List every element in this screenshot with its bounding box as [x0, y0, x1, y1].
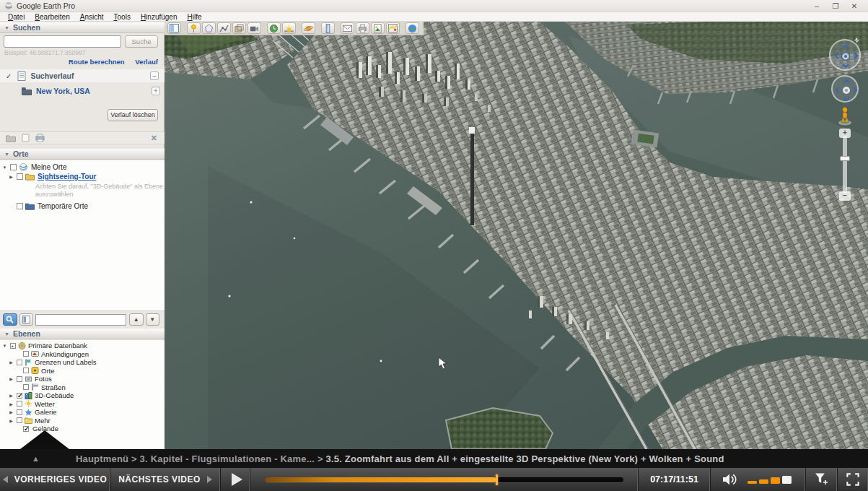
checkbox-galerie[interactable] [17, 409, 22, 415]
checkbox-temporary[interactable] [17, 203, 23, 209]
close-button[interactable]: ✕ [845, 2, 864, 10]
minimize-button[interactable]: – [807, 2, 826, 10]
tree-row-layer[interactable]: Straßen [0, 383, 165, 392]
zoom-handle[interactable] [840, 156, 850, 161]
tree-row-layer[interactable]: Orte [0, 367, 165, 375]
look-joystick[interactable]: N [829, 39, 861, 71]
tree-row-layer[interactable]: ▶ Mehr [0, 417, 165, 425]
up-triangle-icon[interactable]: ▲ [32, 454, 40, 463]
save-image-icon[interactable] [371, 22, 385, 34]
expander-icon[interactable]: ▶ [8, 376, 14, 381]
volume-bar[interactable] [748, 481, 757, 484]
tree-row-layer[interactable]: ▶ Grenzen und Labels [0, 358, 165, 367]
add-polygon-icon[interactable] [202, 22, 216, 34]
pegman-street-view[interactable] [836, 105, 854, 126]
menu-hilfe[interactable]: Hilfe [183, 13, 207, 21]
search-history-header[interactable]: ✓ Suchverlauf – [0, 69, 165, 82]
expander-icon[interactable]: ▼ [1, 344, 8, 348]
checkbox-mehr[interactable] [17, 417, 22, 423]
expander-icon[interactable]: ▶ [8, 174, 14, 179]
previous-video-button[interactable]: VORHERIGES VIDEO [0, 468, 110, 491]
play-button[interactable] [221, 468, 250, 491]
find-layers-button[interactable] [3, 313, 17, 326]
find-prev-button[interactable]: ▲ [129, 313, 144, 326]
places-panel-header[interactable]: ▼ Orte [0, 148, 165, 160]
checkbox-ankuendigungen[interactable] [23, 351, 29, 357]
search-panel-header[interactable]: ▼ Suchen [0, 22, 165, 33]
expander-icon[interactable]: ▼ [1, 165, 8, 170]
speaker-icon[interactable] [723, 474, 739, 485]
checkbox-tour[interactable] [17, 173, 23, 180]
tree-row-primary-db[interactable]: ▼ Primäre Datenbank [0, 342, 165, 350]
planets-icon[interactable] [302, 22, 315, 34]
checkbox-fotos[interactable] [17, 376, 22, 382]
tour-label[interactable]: Sightseeing-Tour [38, 173, 96, 181]
tree-row-layer[interactable]: ▶ Galerie [0, 408, 165, 417]
next-video-button[interactable]: NÄCHSTES VIDEO [110, 468, 221, 491]
expander-icon[interactable]: ▶ [8, 401, 14, 407]
expander-icon[interactable]: ▶ [8, 360, 14, 365]
checkbox-3d-gebaeude[interactable] [17, 393, 22, 399]
sunlight-icon[interactable] [282, 22, 296, 34]
toggle-sidebar-icon[interactable] [167, 22, 181, 34]
volume-bar[interactable] [771, 477, 780, 484]
print-icon[interactable] [35, 134, 45, 142]
checkbox-primary-db[interactable] [10, 343, 16, 349]
close-panel-icon[interactable]: ✕ [151, 134, 157, 143]
add-image-overlay-icon[interactable] [232, 22, 246, 34]
layer-view-button[interactable] [19, 313, 34, 326]
volume-bar[interactable] [782, 476, 792, 484]
volume-level-bars[interactable] [748, 476, 794, 484]
tree-row-layer[interactable]: ▶ Fotos [0, 375, 165, 383]
tree-row-layer[interactable]: ▶ Wetter [0, 400, 165, 409]
menu-tools[interactable]: Tools [109, 13, 136, 21]
expander-icon[interactable]: ▶ [8, 393, 14, 398]
clear-history-button[interactable]: Verlauf löschen [108, 109, 158, 121]
tree-row-my-places[interactable]: ▼ Meine Orte [0, 162, 165, 172]
tree-row-layer-3d[interactable]: ▶ 3D-Gebäude [0, 391, 165, 400]
zoom-slider[interactable]: + − [839, 129, 851, 201]
menu-bearbeiten[interactable]: Bearbeiten [30, 13, 74, 21]
add-placemark-icon[interactable] [187, 22, 201, 34]
view-in-google-maps-icon[interactable] [386, 22, 400, 34]
earth-globe-icon[interactable] [405, 22, 419, 34]
tree-row-tour[interactable]: ▶ Sightseeing-Tour [0, 172, 165, 181]
progress-track[interactable] [265, 477, 623, 482]
copy-note-icon[interactable] [22, 134, 30, 142]
search-input[interactable] [4, 35, 121, 48]
tree-row-temporary[interactable]: - Temporäre Orte [0, 201, 165, 211]
zoom-in-button[interactable]: + [839, 129, 851, 138]
menu-pointer-triangle[interactable] [20, 430, 69, 449]
history-link[interactable]: Verlauf [135, 58, 158, 66]
expander-icon[interactable]: ▶ [8, 409, 14, 414]
tree-row-layer[interactable]: Ankündigungen [0, 350, 165, 359]
email-icon[interactable] [341, 22, 354, 34]
zoom-out-button[interactable]: − [839, 191, 851, 201]
playhead[interactable] [496, 474, 498, 485]
move-joystick[interactable] [831, 75, 859, 103]
layers-panel-header[interactable]: ▼ Ebenen [0, 328, 165, 339]
history-entry-row[interactable]: New York, USA + [22, 87, 160, 95]
expand-entry-button[interactable]: + [152, 87, 160, 95]
checkbox-my-places[interactable] [10, 164, 17, 170]
ruler-icon[interactable] [321, 22, 335, 34]
checkbox-orte[interactable] [23, 368, 29, 373]
menu-hinzufuegen[interactable]: Hinzufügen [136, 13, 183, 21]
add-folder-icon[interactable] [6, 134, 16, 142]
menu-ansicht[interactable]: Ansicht [75, 13, 109, 21]
print-icon[interactable] [356, 22, 369, 34]
checkbox-wetter[interactable] [17, 401, 22, 407]
historical-imagery-icon[interactable] [267, 22, 281, 34]
find-next-button[interactable]: ▼ [146, 313, 160, 326]
volume-control[interactable] [711, 468, 806, 491]
zoom-track[interactable] [843, 136, 847, 194]
volume-bar[interactable] [759, 479, 768, 484]
layer-search-input[interactable] [35, 314, 126, 326]
fullscreen-button[interactable] [838, 468, 868, 491]
map-viewport[interactable]: N [165, 22, 868, 449]
filter-button[interactable] [806, 468, 838, 491]
menu-datei[interactable]: Datei [3, 13, 30, 21]
add-path-icon[interactable] [217, 22, 231, 34]
expander-icon[interactable]: ▶ [8, 418, 14, 423]
record-tour-icon[interactable] [247, 22, 261, 34]
